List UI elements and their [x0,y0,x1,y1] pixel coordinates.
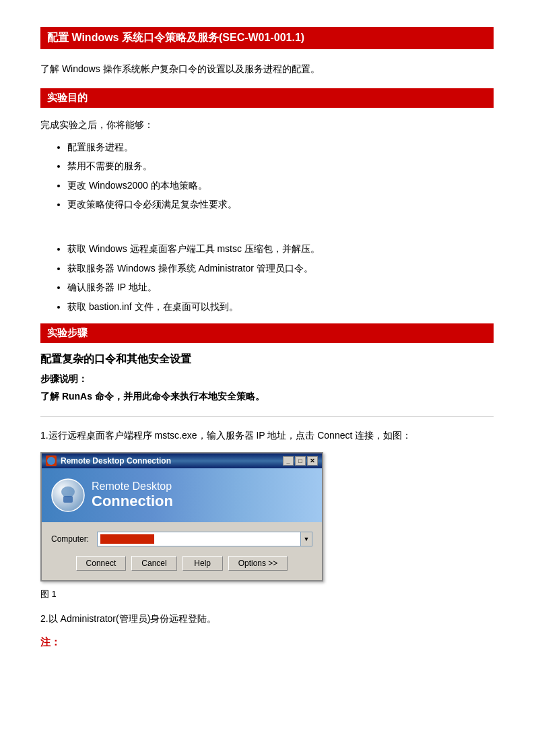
rdc-line1: Remote Desktop [92,480,173,493]
note-label: 注： [40,636,494,649]
rdc-line2: Connection [92,493,173,510]
divider [40,416,494,417]
list-item: 更改策略使得口令必须满足复杂性要求。 [67,197,494,212]
list-item: 配置服务进程。 [67,139,494,154]
intro-text: 了解 Windows 操作系统帐户复杂口令的设置以及服务进程的配置。 [40,61,494,76]
computer-input-field[interactable] [97,532,300,546]
close-button[interactable]: ✕ [307,456,318,466]
list-item: 获取 bastion.inf 文件，在桌面可以找到。 [67,299,494,314]
rdc-dialog: Remote Desktop Connection _ □ ✕ [40,452,323,581]
rdc-title-text: Remote Desktop Connection [92,480,173,510]
connect-button[interactable]: Connect [76,556,127,571]
list-item: 确认服务器 IP 地址。 [67,280,494,294]
svg-rect-2 [63,496,73,503]
rdc-titlebar-left: Remote Desktop Connection [46,455,171,466]
rdc-window-controls[interactable]: _ □ ✕ [283,456,318,466]
svg-point-1 [61,486,75,497]
help-button[interactable]: Help [182,556,223,571]
objectives-intro: 完成实验之后，你将能够： [40,117,494,132]
objectives-list: 配置服务进程。 禁用不需要的服务。 更改 Windows2000 的本地策略。 … [67,139,494,212]
main-title: 配置 Windows 系统口令策略及服务(SEC-W01-001.1) [40,27,494,49]
step2-text: 2.以 Administrator(管理员)身份远程登陆。 [40,611,494,626]
steps-desc: 了解 RunAs 命令，并用此命令来执行本地安全策略。 [40,391,494,403]
fig-label: 图 1 [40,588,494,600]
rdc-titlebar-text: Remote Desktop Connection [61,456,171,466]
list-item: 获取 Windows 远程桌面客户端工具 mstsc 压缩包，并解压。 [67,241,494,256]
section-steps-header: 实验步骤 [40,323,494,343]
cancel-button[interactable]: Cancel [131,556,176,571]
rdc-body: Computer: ▼ Connect Cancel Help Options … [42,522,322,580]
rdc-banner: Remote Desktop Connection [42,468,322,522]
maximize-button[interactable]: □ [295,456,306,466]
computer-dropdown-button[interactable]: ▼ [300,532,312,546]
ip-value [100,534,154,544]
rdc-computer-row: Computer: ▼ [51,532,312,546]
config-title: 配置复杂的口令和其他安全设置 [40,352,494,367]
rdc-buttons-row: Connect Cancel Help Options >> [51,553,312,575]
list-item: 禁用不需要的服务。 [67,158,494,173]
rdc-logo-icon [51,478,85,512]
step1-instruction: 1.运行远程桌面客户端程序 mstsc.exe，输入服务器 IP 地址，点击 C… [40,428,494,443]
prereq-list: 获取 Windows 远程桌面客户端工具 mstsc 压缩包，并解压。 获取服务… [67,241,494,314]
computer-label: Computer: [51,534,92,544]
minimize-button[interactable]: _ [283,456,294,466]
rdc-titlebar: Remote Desktop Connection _ □ ✕ [42,453,322,468]
list-item: 获取服务器 Windows 操作系统 Administrator 管理员口令。 [67,261,494,276]
options-button[interactable]: Options >> [228,556,288,571]
section-objectives-header: 实验目的 [40,88,494,108]
list-item: 更改 Windows2000 的本地策略。 [67,178,494,193]
rdc-app-icon [46,455,57,466]
steps-label: 步骤说明： [40,373,494,385]
